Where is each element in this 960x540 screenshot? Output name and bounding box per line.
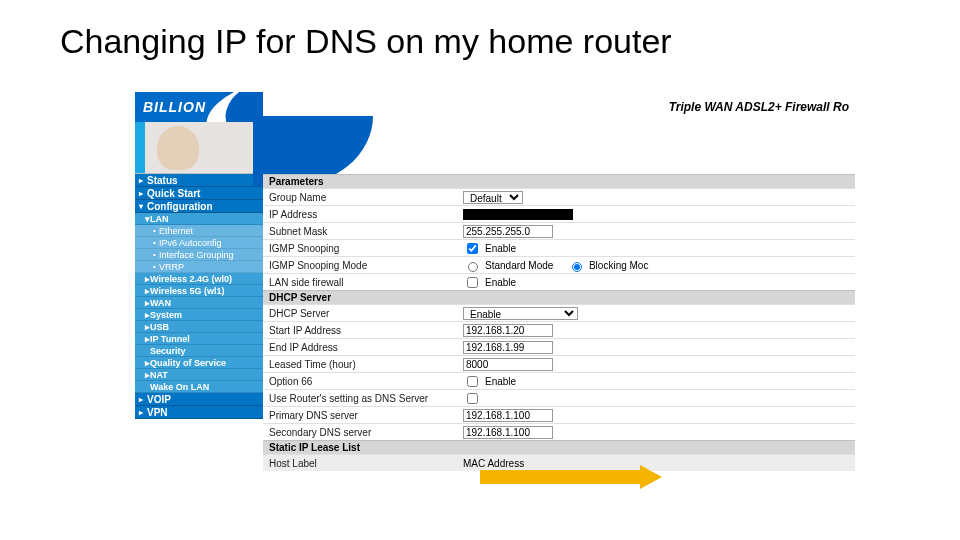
label-dhcp-server: DHCP Server (263, 308, 463, 319)
nav-voip[interactable]: ▸VOIP (135, 393, 263, 406)
secondary-dns-input[interactable] (463, 426, 553, 439)
nav-label: IPv6 Autoconfig (159, 238, 222, 248)
row-option66: Option 66 Enable (263, 372, 855, 389)
row-secondary-dns: Secondary DNS server (263, 423, 855, 440)
nav-nat[interactable]: ▸NAT (135, 369, 263, 381)
row-use-router-dns: Use Router's setting as DNS Server (263, 389, 855, 406)
label-mac-address: MAC Address (463, 458, 524, 469)
brand-text: BILLION (143, 99, 206, 115)
nav-qos[interactable]: ▸Quality of Service (135, 357, 263, 369)
chevron-right-icon: ▸ (139, 395, 145, 404)
row-igmp-snooping: IGMP Snooping Enable (263, 239, 855, 256)
nav-system[interactable]: ▸System (135, 309, 263, 321)
enable-text: Enable (485, 376, 516, 387)
row-dhcp-server: DHCP Server Enable (263, 304, 855, 321)
row-end-ip: End IP Address (263, 338, 855, 355)
nav-configuration[interactable]: ▾Configuration (135, 200, 263, 213)
nav-status[interactable]: ▸Status (135, 174, 263, 187)
label-igmp-snooping: IGMP Snooping (263, 243, 463, 254)
nav-vpn[interactable]: ▸VPN (135, 406, 263, 419)
lan-firewall-checkbox[interactable] (467, 277, 478, 288)
banner-image (135, 122, 263, 174)
label-lease: Leased Time (hour) (263, 359, 463, 370)
bullet-icon: • (153, 226, 157, 235)
label-option66: Option 66 (263, 376, 463, 387)
nav-wireless-2-4g[interactable]: ▸Wireless 2.4G (wl0) (135, 273, 263, 285)
chevron-down-icon: ▾ (139, 202, 145, 211)
nav-wireless-5g[interactable]: ▸Wireless 5G (wl1) (135, 285, 263, 297)
label-end-ip: End IP Address (263, 342, 463, 353)
row-start-ip: Start IP Address (263, 321, 855, 338)
lease-input[interactable] (463, 358, 553, 371)
banner-swoosh (263, 122, 855, 174)
label-host-label: Host Label (263, 458, 463, 469)
row-igmp-mode: IGMP Snooping Mode Standard Mode Blockin… (263, 256, 855, 273)
nav-ethernet[interactable]: •Ethernet (135, 225, 263, 237)
nav-wol[interactable]: Wake On LAN (135, 381, 263, 393)
standard-mode-radio[interactable] (468, 262, 478, 272)
nav-label: Quick Start (147, 188, 200, 199)
end-ip-input[interactable] (463, 341, 553, 354)
nav-ip-tunnel[interactable]: ▸IP Tunnel (135, 333, 263, 345)
nav-ipv6[interactable]: •IPv6 Autoconfig (135, 237, 263, 249)
label-start-ip: Start IP Address (263, 325, 463, 336)
nav-label: NAT (150, 370, 168, 380)
row-lan-firewall: LAN side firewall Enable (263, 273, 855, 290)
blocking-mode-radio[interactable] (572, 262, 582, 272)
subnet-input[interactable] (463, 225, 553, 238)
nav-label: VRRP (159, 262, 184, 272)
nav-label: VPN (147, 407, 168, 418)
row-lease: Leased Time (hour) (263, 355, 855, 372)
parameter-table: Parameters Group Name Default IP Address… (263, 174, 855, 471)
label-secondary-dns: Secondary DNS server (263, 427, 463, 438)
router-dns-checkbox[interactable] (467, 393, 478, 404)
nav-usb[interactable]: ▸USB (135, 321, 263, 333)
label-router-dns: Use Router's setting as DNS Server (263, 393, 463, 404)
nav-label: Configuration (147, 201, 213, 212)
nav-quick-start[interactable]: ▸Quick Start (135, 187, 263, 200)
nav-security[interactable]: Security (135, 345, 263, 357)
arrow-stem (480, 470, 640, 484)
row-ip-address: IP Address (263, 205, 855, 222)
dhcp-server-select[interactable]: Enable (463, 307, 578, 320)
chevron-right-icon: ▸ (139, 189, 145, 198)
nav-label: Status (147, 175, 178, 186)
nav: ▸Status ▸Quick Start ▾Configuration ▾LAN… (135, 174, 263, 419)
banner-person (157, 126, 199, 170)
nav-label: Quality of Service (150, 358, 226, 368)
enable-text: Enable (485, 243, 516, 254)
nav-label: WAN (150, 298, 171, 308)
nav-interface-grouping[interactable]: •Interface Grouping (135, 249, 263, 261)
section-parameters: Parameters (263, 174, 855, 188)
group-name-select[interactable]: Default (463, 191, 523, 204)
igmp-snooping-checkbox[interactable] (467, 243, 478, 254)
nav-lan[interactable]: ▾LAN (135, 213, 263, 225)
annotation-arrow (480, 469, 665, 485)
router-admin-ui: BILLION ▸Status ▸Quick Start ▾Configurat… (135, 92, 855, 512)
nav-label: System (150, 310, 182, 320)
nav-label: Ethernet (159, 226, 193, 236)
nav-label: USB (150, 322, 169, 332)
brand-logo: BILLION (135, 92, 263, 122)
option66-checkbox[interactable] (467, 376, 478, 387)
label-primary-dns: Primary DNS server (263, 410, 463, 421)
row-subnet-mask: Subnet Mask (263, 222, 855, 239)
nav-label: VOIP (147, 394, 171, 405)
primary-dns-input[interactable] (463, 409, 553, 422)
product-name: Triple WAN ADSL2+ Firewall Ro (669, 100, 849, 114)
nav-label: Interface Grouping (159, 250, 234, 260)
arrow-head-icon (640, 465, 662, 489)
row-primary-dns: Primary DNS server (263, 406, 855, 423)
label-lan-firewall: LAN side firewall (263, 277, 463, 288)
slide-title: Changing IP for DNS on my home router (60, 22, 672, 61)
nav-wan[interactable]: ▸WAN (135, 297, 263, 309)
nav-vrrp[interactable]: •VRRP (135, 261, 263, 273)
nav-label: Wireless 2.4G (wl0) (150, 274, 232, 284)
start-ip-input[interactable] (463, 324, 553, 337)
section-dhcp: DHCP Server (263, 290, 855, 304)
chevron-right-icon: ▸ (139, 176, 145, 185)
section-static-lease: Static IP Lease List (263, 440, 855, 454)
label-ip-address: IP Address (263, 209, 463, 220)
label-igmp-mode: IGMP Snooping Mode (263, 260, 463, 271)
nav-label: Wake On LAN (150, 382, 209, 392)
